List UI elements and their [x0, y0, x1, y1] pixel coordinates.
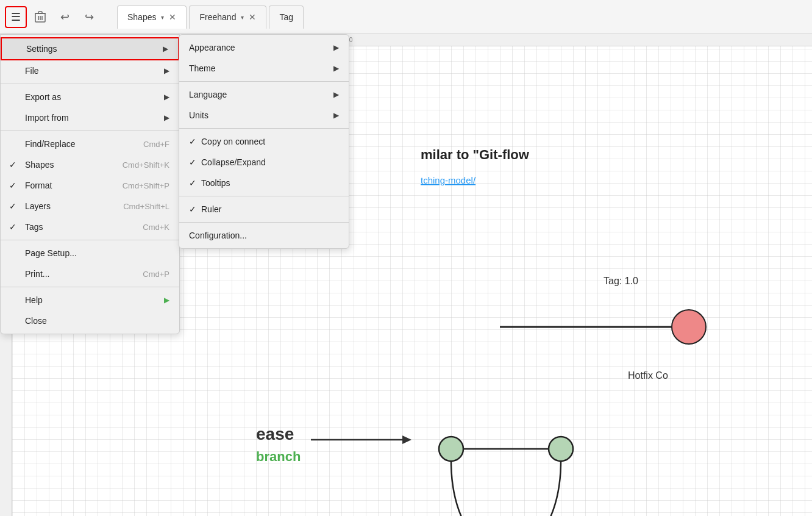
export-label: Export as	[25, 92, 61, 102]
settings-label: Settings	[26, 44, 57, 54]
export-arrow: ▶	[164, 93, 169, 101]
settings-configuration[interactable]: Configuration...	[179, 225, 349, 246]
import-arrow: ▶	[164, 113, 169, 122]
units-label: Units	[189, 110, 208, 120]
theme-arrow: ▶	[333, 64, 339, 73]
shapes-check: ✓	[9, 160, 16, 170]
menu-item-print[interactable]: Print... Cmd+P	[1, 263, 179, 284]
shapes-label: Shapes	[25, 160, 54, 170]
theme-label: Theme	[189, 63, 216, 73]
file-arrow: ▶	[164, 66, 169, 75]
findreplace-label: Find/Replace	[25, 139, 76, 149]
help-label: Help	[25, 295, 43, 305]
menu-overlay[interactable]: Settings ▶ File ▶ Export as ▶ Import fro…	[0, 0, 812, 516]
separator-2	[1, 131, 179, 131]
settings-copy-on-connect[interactable]: ✓ Copy on connect	[179, 131, 349, 152]
separator-3	[1, 240, 179, 240]
language-arrow: ▶	[333, 90, 339, 99]
settings-sep-1	[179, 81, 349, 82]
help-arrow: ▶	[164, 296, 169, 304]
tags-shortcut: Cmd+K	[143, 223, 169, 232]
menu-item-settings[interactable]: Settings ▶	[1, 37, 179, 60]
ruler-label: Ruler	[201, 204, 221, 214]
menu-item-tags[interactable]: ✓ Tags Cmd+K	[1, 217, 179, 237]
separator-4	[1, 287, 179, 287]
menu-item-shapes[interactable]: ✓ Shapes Cmd+Shift+K	[1, 154, 179, 175]
menu-item-import[interactable]: Import from ▶	[1, 107, 179, 128]
format-label: Format	[25, 181, 52, 190]
copy-on-connect-label: Copy on connect	[201, 137, 265, 146]
settings-arrow: ▶	[163, 45, 168, 53]
settings-appearance[interactable]: Appearance ▶	[179, 37, 349, 58]
tags-label: Tags	[25, 222, 43, 232]
collapse-expand-label: Collapse/Expand	[201, 157, 266, 167]
settings-units[interactable]: Units ▶	[179, 105, 349, 126]
menu-item-close[interactable]: Close	[1, 310, 179, 331]
settings-theme[interactable]: Theme ▶	[179, 58, 349, 79]
primary-menu: Settings ▶ File ▶ Export as ▶ Import fro…	[0, 34, 180, 334]
menu-item-export[interactable]: Export as ▶	[1, 87, 179, 107]
menu-item-format[interactable]: ✓ Format Cmd+Shift+P	[1, 175, 179, 196]
separator-1	[1, 84, 179, 84]
layers-shortcut: Cmd+Shift+L	[123, 202, 169, 211]
settings-sep-2	[179, 128, 349, 129]
format-check: ✓	[9, 181, 16, 190]
tooltips-check: ✓	[189, 178, 196, 188]
settings-tooltips[interactable]: ✓ Tooltips	[179, 173, 349, 193]
menu-item-help[interactable]: Help ▶	[1, 290, 179, 310]
print-shortcut: Cmd+P	[143, 270, 169, 279]
settings-sep-3	[179, 196, 349, 196]
findreplace-shortcut: Cmd+F	[143, 140, 169, 149]
shapes-shortcut: Cmd+Shift+K	[123, 160, 169, 170]
tags-check: ✓	[9, 222, 16, 232]
pagesetup-label: Page Setup...	[25, 248, 77, 258]
menu-item-layers[interactable]: ✓ Layers Cmd+Shift+L	[1, 196, 179, 217]
units-arrow: ▶	[333, 111, 339, 120]
settings-submenu: Appearance ▶ Theme ▶ Language ▶ Units ▶ …	[179, 34, 349, 249]
print-label: Print...	[25, 269, 49, 279]
appearance-label: Appearance	[189, 43, 235, 52]
format-shortcut: Cmd+Shift+P	[123, 181, 169, 190]
menu-item-file[interactable]: File ▶	[1, 60, 179, 81]
menu-item-pagesetup[interactable]: Page Setup...	[1, 243, 179, 263]
menu-item-findreplace[interactable]: Find/Replace Cmd+F	[1, 134, 179, 154]
collapse-expand-check: ✓	[189, 157, 196, 167]
language-label: Language	[189, 90, 227, 99]
layers-check: ✓	[9, 201, 16, 211]
layers-label: Layers	[25, 201, 51, 211]
tooltips-label: Tooltips	[201, 178, 230, 188]
close-label: Close	[25, 316, 47, 326]
ruler-check: ✓	[189, 204, 196, 214]
appearance-arrow: ▶	[333, 43, 339, 52]
settings-sep-4	[179, 222, 349, 223]
copy-on-connect-check: ✓	[189, 137, 196, 146]
settings-language[interactable]: Language ▶	[179, 84, 349, 105]
configuration-label: Configuration...	[189, 231, 247, 240]
file-label: File	[25, 66, 39, 76]
import-label: Import from	[25, 113, 69, 123]
settings-collapse-expand[interactable]: ✓ Collapse/Expand	[179, 152, 349, 173]
settings-ruler[interactable]: ✓ Ruler	[179, 199, 349, 220]
